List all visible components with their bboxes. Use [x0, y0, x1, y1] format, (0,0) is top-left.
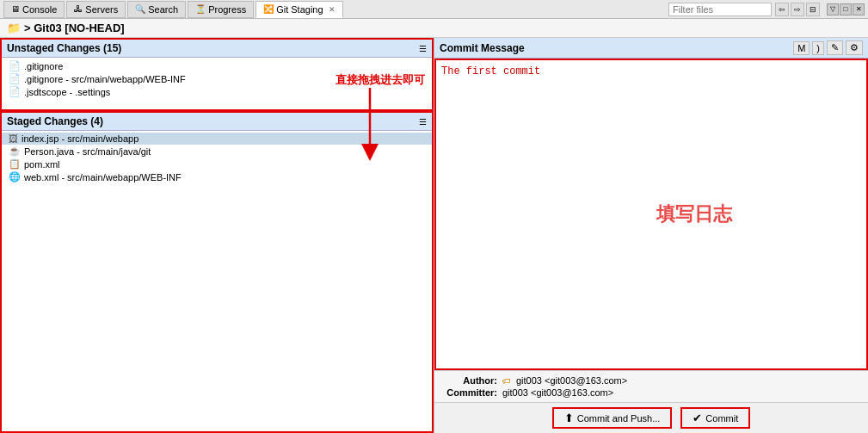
unstaged-header: Unstaged Changes (15) ☰: [2, 40, 432, 58]
tab-git-staging-label: Git Staging: [276, 4, 323, 15]
staged-file-1[interactable]: 🖼 index.jsp - src/main/webapp: [2, 133, 432, 145]
commit-header: Commit Message M ) ✎ ⚙: [434, 38, 868, 59]
file-icon-2: 📄: [9, 73, 21, 84]
staged-header: Staged Changes (4) ☰: [2, 113, 432, 131]
staged-filename-4: web.xml - src/main/webapp/WEB-INF: [24, 172, 182, 182]
staged-filename-2: Person.java - src/main/java/git: [24, 146, 151, 157]
breadcrumb-text: > Git03 [NO-HEAD]: [24, 22, 125, 34]
committer-label: Committer:: [441, 387, 497, 398]
staged-list: 🖼 index.jsp - src/main/webapp ☕ Person.j…: [2, 131, 432, 185]
close-button[interactable]: ✕: [853, 3, 865, 15]
tab-servers[interactable]: 🖧 Servers: [66, 1, 126, 18]
filter-icon-3[interactable]: ⊟: [806, 3, 820, 16]
filter-area: ⇦ ⇨ ⊟ ▽ □ ✕: [668, 3, 865, 16]
unstaged-list: 📄 .gitignore 📄 .gitignore - src/main/web…: [2, 58, 432, 109]
staged-icon-4: 🌐: [9, 171, 21, 182]
filter-icon-2[interactable]: ⇨: [791, 3, 804, 16]
committer-value: git003 <git003@163.com>: [502, 387, 613, 398]
commit-message-input[interactable]: The first commit: [436, 60, 866, 368]
tab-search-label: Search: [148, 4, 178, 15]
tab-git-staging-close[interactable]: ✕: [329, 5, 336, 14]
progress-icon: ⏳: [195, 4, 206, 14]
file-icon-1: 📄: [9, 60, 21, 71]
git-staging-icon: 🔀: [263, 4, 274, 14]
filter-icons: ⇦ ⇨ ⊟: [775, 3, 820, 16]
file-icon-3: 📄: [9, 86, 21, 97]
unstaged-file-1[interactable]: 📄 .gitignore: [2, 59, 432, 72]
author-section: Author: 🏷 git003 <git003@163.com> Commit…: [434, 370, 868, 402]
commit-header-icons: M ) ✎ ⚙: [793, 40, 863, 55]
minimize-button[interactable]: ▽: [827, 3, 839, 15]
filter-files-input[interactable]: [668, 3, 772, 16]
right-panel: Commit Message M ) ✎ ⚙ The first commit …: [434, 38, 868, 433]
commit-push-icon: ⬆: [564, 411, 574, 424]
unstaged-file-2[interactable]: 📄 .gitignore - src/main/webapp/WEB-INF: [2, 72, 432, 85]
tab-git-staging[interactable]: 🔀 Git Staging ✕: [255, 1, 342, 18]
tab-console-label: Console: [22, 4, 57, 15]
breadcrumb: 📁 > Git03 [NO-HEAD]: [0, 19, 868, 38]
author-row: Author: 🏷 git003 <git003@163.com>: [441, 374, 861, 387]
staged-collapse-icon[interactable]: ☰: [419, 117, 427, 127]
staged-icon-2: ☕: [9, 145, 21, 157]
commit-message-area: The first commit 填写日志: [434, 59, 868, 370]
staged-icon-1: 🖼: [9, 133, 18, 144]
unstaged-section: Unstaged Changes (15) ☰ 📄 .gitignore 📄 .…: [0, 38, 434, 111]
staged-icon-3: 📋: [9, 158, 21, 170]
commit-button[interactable]: ✔ Commit: [680, 407, 750, 429]
breadcrumb-icon: 📁: [7, 22, 21, 34]
commit-icon: ✔: [693, 411, 702, 424]
tab-servers-label: Servers: [85, 4, 118, 15]
commit-gear-button[interactable]: ⚙: [846, 40, 863, 55]
author-value: git003 <git003@163.com>: [516, 375, 627, 386]
maximize-button[interactable]: □: [840, 3, 852, 15]
console-icon: 🖥: [11, 4, 20, 14]
unstaged-filename-1: .gitignore: [24, 61, 63, 71]
staged-filename-1: index.jsp - src/main/webapp: [22, 133, 139, 144]
unstaged-filename-2: .gitignore - src/main/webapp/WEB-INF: [24, 74, 186, 84]
unstaged-collapse-icon[interactable]: ☰: [419, 44, 427, 53]
tab-progress[interactable]: ⏳ Progress: [188, 1, 254, 18]
filter-icon-1[interactable]: ⇦: [775, 3, 789, 16]
staged-file-4[interactable]: 🌐 web.xml - src/main/webapp/WEB-INF: [2, 170, 432, 183]
tab-console[interactable]: 🖥 Console: [3, 1, 65, 18]
search-icon: 🔍: [135, 4, 145, 14]
commit-label: Commit: [705, 413, 738, 424]
window-controls: ▽ □ ✕: [827, 3, 865, 15]
staged-title: Staged Changes (4): [7, 115, 103, 127]
committer-row: Committer: git003 <git003@163.com>: [441, 387, 861, 399]
servers-icon: 🖧: [74, 4, 83, 14]
staged-file-2[interactable]: ☕ Person.java - src/main/java/git: [2, 145, 432, 158]
staged-section: Staged Changes (4) ☰ 🖼 index.jsp - src/m…: [0, 111, 434, 433]
commit-moon-button[interactable]: ): [812, 41, 824, 55]
unstaged-title: Unstaged Changes (15): [7, 42, 121, 54]
left-panel: 直接拖拽进去即可 Unstaged Changes (15) ☰ 📄 .giti…: [0, 38, 434, 433]
unstaged-file-3[interactable]: 📄 .jsdtscope - .settings: [2, 85, 432, 98]
commit-header-title: Commit Message: [440, 42, 525, 54]
tab-bar: 🖥 Console 🖧 Servers 🔍 Search ⏳ Progress …: [0, 0, 868, 19]
author-label: Author:: [441, 375, 497, 386]
tab-search[interactable]: 🔍 Search: [127, 1, 186, 18]
commit-and-push-button[interactable]: ⬆ Commit and Push...: [552, 407, 673, 429]
main-area: 直接拖拽进去即可 Unstaged Changes (15) ☰ 📄 .giti…: [0, 38, 868, 433]
button-row: ⬆ Commit and Push... ✔ Commit: [434, 402, 868, 433]
staged-file-3[interactable]: 📋 pom.xml: [2, 158, 432, 170]
author-icon: 🏷: [502, 376, 511, 386]
staged-filename-3: pom.xml: [24, 159, 60, 170]
commit-pencil-button[interactable]: ✎: [827, 40, 843, 55]
commit-m-button[interactable]: M: [793, 41, 810, 55]
commit-push-label: Commit and Push...: [577, 413, 661, 424]
unstaged-filename-3: .jsdtscope - .settings: [24, 87, 110, 97]
tab-progress-label: Progress: [208, 4, 246, 15]
